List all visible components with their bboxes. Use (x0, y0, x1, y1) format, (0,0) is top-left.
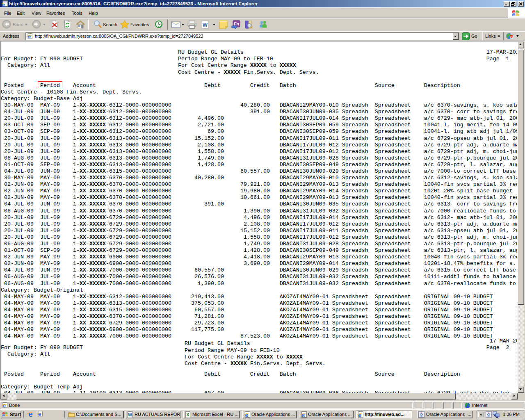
svg-text:e: e (38, 411, 41, 417)
svg-text:e: e (28, 411, 32, 418)
svg-text:En: En (234, 22, 239, 26)
svg-text:W: W (128, 412, 132, 417)
svg-text:e: e (2, 2, 5, 7)
svg-text:e: e (3, 403, 6, 408)
svg-text:e: e (245, 412, 249, 418)
svg-text:e: e (28, 34, 31, 39)
svg-text:W: W (203, 22, 208, 28)
svg-text:e: e (302, 412, 305, 418)
svg-text:e: e (358, 412, 362, 418)
svg-text:X: X (186, 412, 189, 417)
